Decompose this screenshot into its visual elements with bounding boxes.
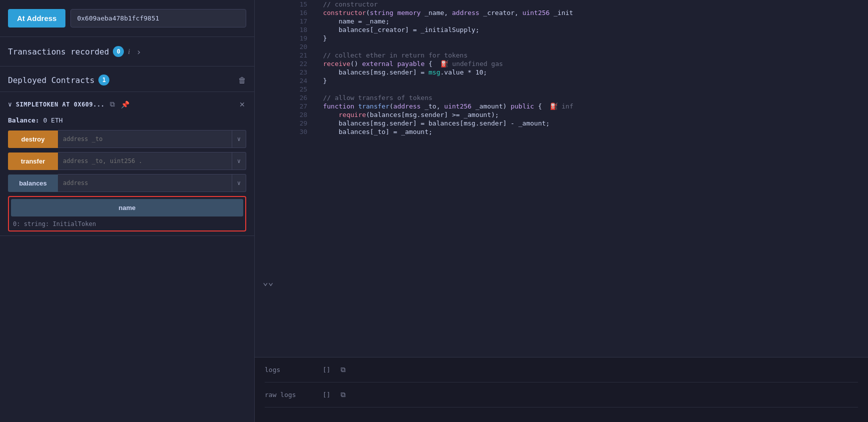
line-content: balances[_to] = _amount; [307, 128, 868, 136]
code-area[interactable]: 15 // constructor16 constructor(string m… [255, 0, 868, 357]
logs-copy-button[interactable]: ⧉ [339, 364, 348, 375]
line-number: 21 [255, 51, 307, 60]
code-line: 25 [255, 85, 868, 94]
transfer-button[interactable]: transfer [8, 152, 58, 170]
code-line: 30 balances[_to] = _amount; [255, 128, 868, 136]
name-result: 0: string: InitialToken [11, 216, 243, 228]
name-button[interactable]: name [11, 199, 243, 216]
code-token: { [534, 102, 542, 110]
code-token: string [370, 9, 394, 16]
raw-logs-row: raw logs [] ⧉ [265, 382, 858, 408]
code-token: (balances[msg.sender] >= _amount); [366, 111, 499, 118]
line-content: balances[msg.sender] = msg.value * 10; [307, 68, 868, 76]
contract-close-button[interactable]: ✕ [238, 100, 246, 110]
code-token: ⛽ inf [542, 102, 573, 110]
code-token: require [339, 111, 366, 118]
line-number: 28 [255, 110, 307, 119]
line-number: 20 [255, 42, 307, 51]
line-number: 18 [255, 26, 307, 34]
logs-panel: logs [] ⧉ raw logs [] ⧉ [255, 357, 868, 422]
transfer-input[interactable] [58, 152, 232, 170]
balance-value: 0 ETH [43, 116, 62, 124]
contract-copy-button[interactable]: ⧉ [109, 99, 116, 110]
code-token [307, 9, 323, 16]
line-content: // collect ether in return for tokens [307, 51, 868, 60]
code-token: // constructor [307, 0, 378, 8]
trash-icon[interactable]: 🗑 [238, 76, 246, 85]
contract-instance: ∨ SIMPLETOKEN AT 0X609... ⧉ 📌 ✕ Balance:… [0, 92, 254, 236]
balances-chevron-icon[interactable]: ∨ [232, 174, 246, 192]
right-panel: 15 // constructor16 constructor(string m… [255, 0, 868, 422]
deployed-contracts-header: Deployed Contracts 1 🗑 [0, 66, 254, 92]
code-token: msg [429, 68, 440, 76]
code-token: public [510, 102, 534, 110]
line-content: balances[_creator] = _initialSupply; [307, 26, 868, 34]
transactions-label: Transactions recorded [8, 47, 109, 56]
balances-input[interactable] [58, 174, 232, 192]
info-icon[interactable]: i [128, 48, 130, 56]
collapse-arrows-icon[interactable]: ⌄⌄ [263, 276, 274, 287]
line-number: 26 [255, 94, 307, 102]
code-token: external [362, 60, 394, 68]
code-token: _to, [421, 102, 444, 110]
line-number: 25 [255, 85, 307, 94]
code-line: 22 receive() external payable { ⛽ undefi… [255, 60, 868, 68]
code-line: 15 // constructor [255, 0, 868, 8]
transactions-row: Transactions recorded 0 i › [0, 37, 254, 66]
at-address-input[interactable] [70, 9, 246, 28]
code-token: address [394, 102, 421, 110]
destroy-input[interactable] [58, 130, 232, 148]
contract-name: SIMPLETOKEN AT 0X609... [16, 101, 105, 108]
raw-logs-copy-button[interactable]: ⧉ [339, 390, 348, 400]
code-token [307, 102, 323, 110]
code-line: 26 // allow transfers of tokens [255, 94, 868, 102]
code-line: 19 } [255, 34, 868, 42]
function-row-balances: balances ∨ [8, 174, 246, 192]
code-line: 17 name = _name; [255, 17, 868, 26]
function-row-destroy: destroy ∨ [8, 130, 246, 148]
code-token: balances[msg.sender] = balances[msg.send… [307, 120, 549, 127]
line-content [307, 85, 868, 94]
line-content [307, 42, 868, 51]
code-token: } [307, 77, 327, 84]
code-line: 23 balances[msg.sender] = msg.value * 10… [255, 68, 868, 76]
code-token: payable [397, 60, 425, 68]
code-token: name = _name; [307, 18, 389, 25]
code-token: uint256 [522, 9, 550, 16]
destroy-chevron-icon[interactable]: ∨ [232, 130, 246, 148]
raw-logs-label: raw logs [265, 391, 305, 398]
transfer-chevron-icon[interactable]: ∨ [232, 152, 246, 170]
transactions-expand-icon[interactable]: › [136, 46, 141, 57]
code-token [354, 102, 358, 110]
line-number: 15 [255, 0, 307, 8]
left-panel: At Address Transactions recorded 0 i › D… [0, 0, 255, 422]
line-number: 24 [255, 76, 307, 85]
transactions-badge: 0 [113, 46, 124, 57]
code-token: ( [390, 102, 394, 110]
code-token: function [323, 102, 355, 110]
name-section: name 0: string: InitialToken [8, 196, 246, 232]
code-token: ⛽ undefined gas [433, 60, 503, 68]
code-line: 18 balances[_creator] = _initialSupply; [255, 26, 868, 34]
at-address-button[interactable]: At Address [8, 9, 65, 28]
code-token: _init [550, 9, 573, 16]
contract-title-row: ∨ SIMPLETOKEN AT 0X609... ⧉ 📌 ✕ [8, 96, 246, 112]
line-number: 17 [255, 17, 307, 26]
code-token: { [425, 60, 433, 68]
contract-collapse-icon[interactable]: ∨ [8, 100, 12, 108]
destroy-button[interactable]: destroy [8, 130, 58, 148]
logs-label: logs [265, 366, 305, 374]
line-content: } [307, 76, 868, 85]
logs-value: [] [323, 366, 331, 374]
contract-pin-button[interactable]: 📌 [120, 100, 130, 110]
name-btn-row: name [11, 199, 243, 216]
line-content: // constructor [307, 0, 868, 8]
deployed-contracts-label: Deployed Contracts [8, 76, 94, 85]
logs-row: logs [] ⧉ [265, 358, 858, 382]
balance-row: Balance: 0 ETH [8, 112, 246, 130]
code-token: _creator, [479, 9, 522, 16]
balances-button[interactable]: balances [8, 174, 58, 192]
code-token: memory [397, 9, 421, 16]
line-content: // allow transfers of tokens [307, 94, 868, 102]
code-token: constructor [323, 9, 366, 16]
